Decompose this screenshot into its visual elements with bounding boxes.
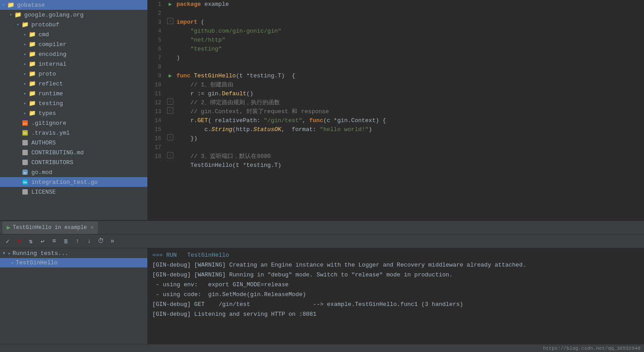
svg-text:YML: YML	[23, 132, 27, 135]
run-gutter-arrow[interactable]: ▶	[168, 72, 172, 81]
sidebar-item-testing[interactable]: ▸📁testing	[0, 98, 147, 108]
file-icon-gitignore: git	[21, 119, 29, 127]
checkmark-button[interactable]: ✓	[2, 236, 13, 246]
folder-icon-protobuf: 📁	[21, 21, 29, 28]
fold-marker[interactable]: -	[167, 98, 173, 105]
sidebar-label-proto: proto	[39, 71, 56, 77]
rerun-failed-button[interactable]: ↩	[37, 236, 48, 246]
gutter-3: -	[166, 18, 175, 24]
test-item-running-tests...[interactable]: ▾ ✦ Running tests...	[0, 248, 147, 258]
sidebar-item-google-golang[interactable]: ▾📁google.golang.org	[0, 10, 147, 20]
sidebar-label-reflect: reflect	[39, 81, 63, 87]
fold-marker[interactable]: -	[167, 107, 173, 114]
code-text: (	[197, 19, 205, 25]
sidebar-label-CONTRIBUTORS: CONTRIBUTORS	[31, 159, 73, 166]
string-literal: "/gin/test"	[264, 117, 302, 124]
run-toolbar: ✓ ⊘ ⇅ ↩ ≡ ≣ ↑ ↓ ⏱ »	[0, 234, 644, 248]
file-icon-gomod: go	[21, 169, 29, 176]
sidebar-item-protobuf[interactable]: ▾📁protobuf	[0, 20, 147, 30]
code-line-13: 13- // gin.Context, 封装了request 和 respons…	[148, 107, 644, 116]
sidebar-item-runtime[interactable]: ▸📁runtime	[0, 89, 147, 98]
sidebar-label-encoding: encoding	[39, 51, 66, 58]
sidebar-item-compiler[interactable]: ▸📁compiler	[0, 39, 147, 49]
svg-rect-4	[22, 140, 28, 145]
clock-button[interactable]: ⏱	[95, 236, 106, 246]
folder-icon-reflect: 📁	[29, 80, 36, 87]
sidebar-item-reflect[interactable]: ▸📁reflect	[0, 79, 147, 89]
folder-arrow-protobuf: ▾	[14, 21, 21, 28]
function-name: Default	[222, 90, 246, 97]
string-literal: "net/http"	[176, 37, 225, 43]
string-literal: "hello world!"	[320, 126, 369, 133]
code-line-16: 16- })	[148, 134, 644, 143]
sidebar-item-proto[interactable]: ▸📁proto	[0, 69, 147, 79]
sidebar-item-gobatase[interactable]: ▾📁gobatase	[0, 0, 147, 10]
sidebar-item-LICENSE[interactable]: LICENSE	[0, 187, 147, 197]
sidebar-item-travis[interactable]: YML.travis.yml	[0, 128, 147, 138]
line-number-6: 6	[148, 45, 166, 54]
run-tab[interactable]: ▶ TestGinHello in example ✕	[2, 221, 98, 234]
svg-rect-5	[22, 150, 28, 155]
line-number-1: 1	[148, 0, 166, 9]
line-content-4: "github.com/gin-gonic/gin"	[175, 27, 644, 36]
code-line-12: 12- // 2、绑定路由规则，执行的函数	[148, 98, 644, 107]
down-button[interactable]: ↓	[84, 236, 94, 246]
line-content-14: r.GET( relativePath: "/gin/test", func(c…	[175, 116, 644, 125]
sidebar-item-cmd[interactable]: ▸📁cmd	[0, 30, 147, 39]
folder-arrow-encoding: ▸	[21, 51, 29, 58]
fold-marker[interactable]: -	[167, 152, 173, 158]
gutter-12: -	[166, 98, 175, 105]
sidebar-item-gomod[interactable]: gogo.mod	[0, 167, 147, 177]
sidebar-item-internal[interactable]: ▸📁internal	[0, 59, 147, 69]
sidebar-label-compiler: compiler	[39, 41, 66, 48]
folder-icon-proto: 📁	[29, 70, 36, 77]
sidebar-item-AUTHORS[interactable]: AUTHORS	[0, 138, 147, 148]
sidebar-item-gitignore[interactable]: git.gitignore	[0, 118, 147, 128]
fold-marker[interactable]: -	[167, 134, 173, 140]
line-content-5: "net/http"	[175, 36, 644, 45]
sort-button[interactable]: ⇅	[26, 236, 36, 246]
folder-arrow-compiler: ▸	[21, 41, 29, 48]
more-button[interactable]: »	[107, 236, 118, 246]
folder-arrow-runtime: ▸	[21, 90, 29, 97]
code-editor: 1▶package example23-import (4 "github.co…	[148, 0, 644, 220]
code-line-3: 3-import (	[148, 18, 644, 27]
run-gutter-arrow[interactable]: ▶	[168, 0, 172, 9]
sidebar-item-integration_test[interactable]: Gointegration_test.go	[0, 177, 147, 187]
fold-marker[interactable]: -	[167, 18, 173, 24]
code-text: (t *testing.T) {	[236, 72, 296, 79]
gutter-16: -	[166, 134, 175, 140]
close-tab-button[interactable]: ✕	[90, 224, 94, 231]
gutter-1: ▶	[166, 0, 175, 9]
code-line-8: 8	[148, 63, 644, 72]
sidebar-label-CONTRIBUTING: CONTRIBUTING.md	[31, 149, 84, 156]
code-text: })	[176, 135, 197, 142]
line-content-12: // 2、绑定路由规则，执行的函数	[175, 98, 644, 107]
line-number-8: 8	[148, 63, 166, 72]
string-literal: "github.com/gin-gonic/gin"	[176, 28, 281, 34]
code-text: ( relativePath:	[208, 117, 264, 124]
test-item-testginhello[interactable]: ✦ TestGinHello	[0, 258, 147, 267]
folder-icon-testing: 📁	[29, 100, 36, 107]
file-icon-LICENSE	[21, 188, 29, 195]
collapse-all-button[interactable]: ≡	[49, 236, 60, 246]
line-content-6: "testing"	[175, 45, 644, 54]
status-url: https://blog.csdn.net/qq_36532540	[543, 346, 640, 351]
code-line-18: 18- // 3、监听端口，默认在8080	[148, 152, 644, 161]
sidebar-item-types[interactable]: ▸📁types	[0, 108, 147, 118]
sidebar-label-AUTHORS: AUTHORS	[31, 140, 56, 146]
line-number-18: 18	[148, 152, 166, 161]
line-number-16: 16	[148, 134, 166, 143]
stop-button[interactable]: ⊘	[14, 236, 25, 246]
line-number-13: 13	[148, 107, 166, 116]
up-button[interactable]: ↑	[72, 236, 83, 246]
sidebar-item-encoding[interactable]: ▸📁encoding	[0, 49, 147, 59]
expand-all-button[interactable]: ≣	[60, 236, 71, 246]
line-number-2: 2	[148, 9, 166, 18]
sidebar-item-CONTRIBUTING[interactable]: CONTRIBUTING.md	[0, 148, 147, 157]
run-icon: ▶	[7, 224, 10, 231]
line-number-4: 4	[148, 27, 166, 36]
sidebar-item-CONTRIBUTORS[interactable]: CONTRIBUTORS	[0, 157, 147, 167]
output-line: [GIN-debug] GET /gin/test --> example.Te…	[152, 300, 640, 310]
run-panel: ▶ TestGinHello in example ✕ ✓ ⊘ ⇅ ↩ ≡ ≣ …	[0, 220, 644, 352]
